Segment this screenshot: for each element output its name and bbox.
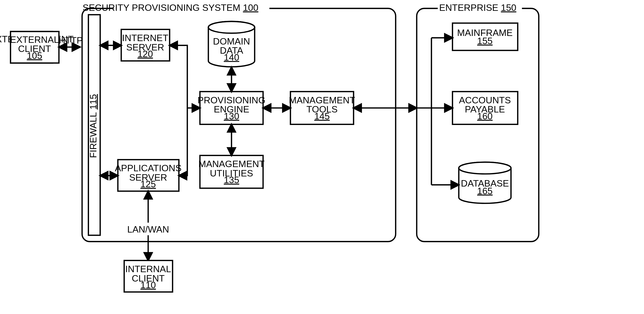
svg-text:135: 135	[224, 175, 240, 185]
enterprise-frame-label: ENTERPRISE 150	[439, 2, 516, 13]
svg-text:110: 110	[140, 280, 156, 290]
internal-client-node: INTERNAL CLIENT 110	[124, 260, 172, 292]
svg-text:145: 145	[314, 111, 330, 121]
svg-text:INTERNET: INTERNET	[122, 33, 168, 43]
svg-point-18	[208, 21, 255, 33]
svg-text:DOMAIN: DOMAIN	[213, 36, 250, 46]
firewall-label: FIREWALL 115	[88, 94, 98, 158]
provisioning-engine-node: PROVISIONING ENGINE 130	[198, 92, 265, 124]
svg-point-43	[459, 162, 511, 174]
domain-data-node: DOMAIN DATA 140	[208, 21, 255, 67]
management-utilities-node: MANAGEMENT UTILITIES 135	[198, 156, 264, 188]
diagram-canvas: EXTERNAL CLIENT EXTERNAL CLIENT 105 HTTP…	[0, 0, 644, 314]
database-node: DATABASE 165	[459, 162, 511, 203]
lanwan-label: LAN/WAN	[127, 224, 169, 235]
http-label: HTTP	[59, 35, 83, 45]
external-client-ref: 105	[27, 50, 42, 61]
svg-text:EXTERNAL: EXTERNAL	[10, 34, 59, 45]
svg-text:PROVISIONING: PROVISIONING	[198, 95, 265, 105]
svg-text:155: 155	[477, 36, 492, 46]
svg-text:ACCOUNTS: ACCOUNTS	[459, 95, 511, 105]
mainframe-node: MAINFRAME 155	[452, 23, 518, 50]
svg-text:125: 125	[140, 179, 156, 189]
svg-text:160: 160	[477, 111, 492, 121]
svg-text:MANAGEMENT: MANAGEMENT	[198, 159, 264, 169]
svg-text:140: 140	[224, 52, 240, 62]
connector-internet-engine	[170, 45, 200, 108]
svg-text:165: 165	[477, 186, 492, 196]
svg-text:130: 130	[224, 111, 240, 121]
svg-text:INTERNAL: INTERNAL	[125, 264, 171, 274]
accounts-payable-node: ACCOUNTS PAYABLE 160	[452, 92, 518, 124]
svg-text:MANAGEMENT: MANAGEMENT	[289, 95, 355, 105]
management-tools-node: MANAGEMENT TOOLS 145	[289, 92, 355, 124]
svg-text:120: 120	[138, 49, 153, 59]
sps-frame-label: SECURITY PROVISIONING SYSTEM 100	[82, 2, 258, 13]
internet-server-node: INTERNET SERVER 120	[121, 29, 170, 61]
svg-text:APPLICATIONS: APPLICATIONS	[115, 163, 182, 173]
applications-server-node: APPLICATIONS SERVER 125	[115, 160, 182, 191]
